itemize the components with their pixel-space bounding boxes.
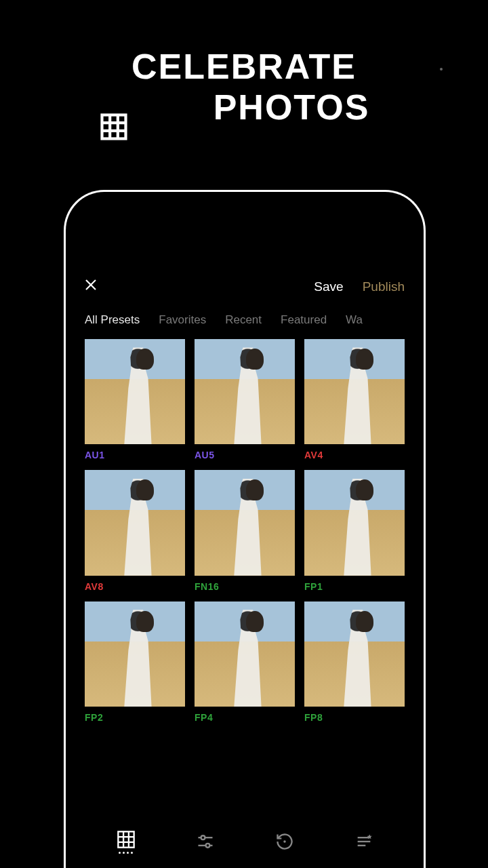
svg-point-16 — [283, 840, 286, 843]
preset-label: FP4 — [195, 712, 295, 723]
preset-label: AV8 — [85, 581, 185, 592]
preset-cell[interactable]: AV8 — [85, 470, 185, 591]
preset-thumbnail — [304, 470, 405, 575]
tab-favorites[interactable]: Favorites — [159, 313, 206, 327]
grid-view-button[interactable] — [117, 830, 136, 854]
preset-grid: AU1 AU5 AV4 AV8 FN16 FP1 — [78, 339, 411, 723]
preset-thumbnail — [195, 470, 295, 575]
preset-cell[interactable]: AU1 — [85, 339, 185, 460]
preset-cell[interactable]: FP2 — [85, 601, 185, 723]
headline-line1: CELEBRATE — [0, 46, 488, 87]
preset-cell[interactable]: AU5 — [195, 339, 295, 460]
preset-label: FN16 — [195, 581, 295, 592]
phone-frame: Save Publish All Presets Favorites Recen… — [64, 190, 426, 868]
tab-more[interactable]: Wa — [346, 313, 363, 327]
save-button[interactable]: Save — [314, 279, 343, 294]
grid-icon — [100, 113, 128, 141]
preset-label: FP1 — [304, 581, 405, 592]
preset-thumbnail — [85, 601, 185, 707]
preset-thumbnail — [85, 339, 185, 444]
headline: CELEBRATE PHOTOS — [0, 46, 488, 127]
bottom-toolbar — [66, 815, 424, 868]
preset-cell[interactable]: FP4 — [195, 601, 295, 723]
preset-tabs: All Presets Favorites Recent Featured Wa — [78, 294, 411, 339]
close-button[interactable] — [85, 279, 97, 294]
tab-featured[interactable]: Featured — [281, 313, 327, 327]
preset-label: AU5 — [195, 450, 295, 460]
tab-all-presets[interactable]: All Presets — [85, 313, 140, 327]
tab-recent[interactable]: Recent — [225, 313, 262, 327]
preset-thumbnail — [85, 470, 185, 575]
preset-cell[interactable]: AV4 — [304, 339, 405, 460]
preset-label: AV4 — [304, 450, 405, 460]
preset-label: FP8 — [304, 712, 405, 723]
sliders-icon[interactable] — [196, 832, 215, 851]
svg-point-15 — [205, 844, 209, 848]
decorative-dot — [440, 68, 443, 71]
preset-thumbnail — [195, 339, 295, 444]
preset-label: AU1 — [85, 450, 185, 460]
preset-label: FP2 — [85, 712, 185, 723]
preset-cell[interactable]: FP1 — [304, 470, 405, 591]
preset-cell[interactable]: FN16 — [195, 470, 295, 591]
history-icon[interactable] — [275, 832, 294, 851]
headline-line2: PHOTOS — [95, 87, 488, 127]
svg-rect-0 — [102, 115, 126, 139]
preset-thumbnail — [195, 601, 295, 707]
svg-rect-7 — [118, 831, 134, 847]
publish-button[interactable]: Publish — [363, 279, 405, 294]
topbar: Save Publish — [78, 267, 411, 294]
preset-cell[interactable]: FP8 — [304, 601, 405, 723]
list-star-icon[interactable] — [354, 832, 373, 851]
svg-point-13 — [201, 835, 205, 840]
preset-thumbnail — [304, 339, 405, 444]
preset-thumbnail — [304, 601, 405, 707]
